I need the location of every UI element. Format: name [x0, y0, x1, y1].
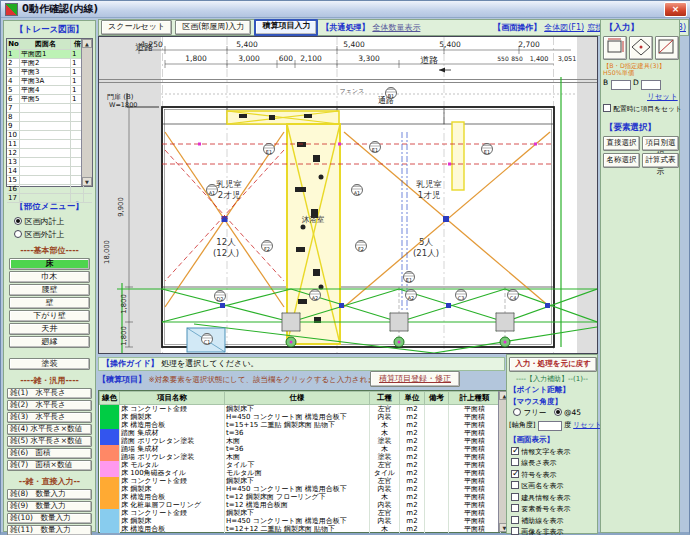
table-row[interactable]: 床 コンクリート金鏝鋼製床下左官m2平面積	[100, 509, 501, 517]
table-row[interactable]: 踊場 ポリウレタン塗装木面塗装m2平面積	[100, 453, 501, 461]
toolbar-button-item-input[interactable]: 積算項目入力	[254, 19, 318, 36]
bd-corner-x1-icon[interactable]	[655, 36, 679, 60]
column-header: 計上種類	[449, 392, 501, 405]
basic-parts-header: ----基本部位----	[6, 245, 93, 256]
element-select-button[interactable]: 名称選択	[603, 153, 640, 168]
misc-button[interactable]: 雑(3) 水平長さ	[7, 412, 92, 423]
zone-radio-0[interactable]	[14, 217, 22, 225]
part-button[interactable]: 巾木	[9, 271, 90, 283]
display-checkbox-1[interactable]	[511, 458, 519, 466]
display-checkbox-6[interactable]	[511, 516, 519, 524]
trace-row[interactable]: 1平面図11	[7, 50, 92, 59]
row-name	[20, 113, 71, 121]
table-row[interactable]: 床 モルタルタイル下左官m2平面積	[100, 461, 501, 469]
row-scale	[71, 185, 84, 193]
row-no: 11	[7, 140, 20, 148]
table-row[interactable]: 踏面 ポリウレタン塗装木面塗装m2平面積	[100, 437, 501, 445]
d-input[interactable]	[641, 80, 661, 90]
floor-plan-drawing[interactable]: 1,250 5,400 5,400 5,400 2,700 1,800 3,00…	[98, 36, 598, 354]
display-checkbox-3[interactable]	[511, 481, 519, 489]
element-select-button[interactable]: 項目別選択	[642, 136, 679, 151]
toolbar-button-school-set[interactable]: スクールセット	[101, 20, 172, 35]
misc-button[interactable]: 雑(7) 面積×数値	[7, 460, 92, 471]
trace-row[interactable]: 9	[7, 122, 92, 131]
element-select-button[interactable]: 計算式表示	[642, 153, 679, 168]
trace-row[interactable]: 14	[7, 167, 92, 176]
table-row[interactable]: 床 化粧単層フローリングt=12 構造用合板面内装m2平面積	[100, 501, 501, 509]
part-button[interactable]: 壁	[9, 297, 90, 309]
bd-diamond-x4-icon[interactable]	[629, 36, 653, 60]
trace-row[interactable]: 5平面41	[7, 86, 92, 95]
table-row[interactable]: 床 コンクリート金鏝鋼製床下左官m2平面積	[100, 477, 501, 485]
table-row[interactable]: 床 鋼製床H=450 コンクリート面 構造用合板下内装m2平面積	[100, 413, 501, 421]
bd-rect-x2-icon[interactable]	[603, 36, 627, 60]
table-row[interactable]: 踏面 集成材t=36木m2平面積	[100, 429, 501, 437]
part-button[interactable]: 廻縁	[9, 336, 90, 348]
element-select-button[interactable]: 直接選択	[603, 136, 640, 151]
table-row[interactable]: 床 100角磁器タイルモルタル面タイルm2平面積	[100, 469, 501, 477]
table-row[interactable]: 踊場 集成材t=36木m2平面積	[100, 445, 501, 453]
radio-45deg[interactable]	[554, 408, 562, 416]
paint-button[interactable]: 塗装	[9, 358, 90, 370]
close-button[interactable]: ×	[664, 2, 687, 17]
whole-view-link[interactable]: 全体図(F1)	[544, 22, 584, 33]
table-row[interactable]: 床 構造用合板t=12 鋼製床面 フローリング下木m2平面積	[100, 493, 501, 501]
trace-row[interactable]: 4平面3A1	[7, 77, 92, 86]
misc-button[interactable]: 雑(5) 水平長さ×数値	[7, 436, 92, 447]
trace-list-scrollbar[interactable]: ▲ ▼	[81, 39, 92, 186]
misc-button[interactable]: 雑(1) 水平長さ	[7, 388, 92, 399]
angle-reset-link[interactable]: リセット	[573, 421, 602, 429]
direct-input-button[interactable]: 雑(11) 数量入力	[7, 525, 92, 535]
axis-angle-input[interactable]	[538, 421, 562, 431]
part-button[interactable]: 下がり壁	[9, 310, 90, 322]
register-items-button[interactable]: 積算項目登録・修正	[370, 371, 460, 387]
radio-free[interactable]	[513, 408, 521, 416]
table-row[interactable]: 床 鋼製床H=450 コンクリート面 構造用合板下内装m2平面積	[100, 517, 501, 525]
plan-symbol-label: E1	[266, 149, 272, 155]
trace-row[interactable]: 7	[7, 104, 92, 113]
bd-reset-link[interactable]: リセット	[647, 92, 678, 101]
misc-button[interactable]: 雑(4) 水平長さ×数値	[7, 424, 92, 435]
display-checkbox-0[interactable]	[511, 447, 519, 455]
trace-row[interactable]: 12	[7, 149, 92, 158]
total-quantity-link[interactable]: 全体数量表示	[372, 22, 420, 33]
trace-row[interactable]: 6平面51	[7, 95, 92, 104]
plan-symbol-label: A1	[209, 190, 216, 196]
scroll-down-icon[interactable]: ▼	[82, 177, 92, 186]
undo-button[interactable]: 入力・処理を元に戻す	[509, 357, 597, 372]
item-spec: H=450 コンクリート面 構造用合板下	[225, 485, 370, 493]
table-row[interactable]: 床 構造用合板t=15+15 二重貼 鋼製床面 貼物下木m2平面積	[100, 421, 501, 429]
trace-row[interactable]: 16	[7, 185, 92, 194]
misc-button[interactable]: 雑(2) 水平長さ	[7, 400, 92, 411]
display-checkbox-7[interactable]	[511, 527, 519, 535]
direct-input-button[interactable]: 雑(8) 数量入力	[7, 489, 92, 500]
direct-input-button[interactable]: 雑(9) 数量入力	[7, 501, 92, 512]
direct-input-button[interactable]: 雑(10) 数量入力	[7, 513, 92, 524]
scroll-up-icon[interactable]: ▲	[82, 39, 92, 48]
table-row[interactable]: 床 構造用合板t=12+12 二重貼 鋼製床面 貼物下木m2平面積	[100, 525, 501, 533]
trace-row[interactable]: 15	[7, 176, 92, 185]
trace-row[interactable]: 2平面21	[7, 59, 92, 68]
trace-row[interactable]: 10	[7, 131, 92, 140]
trace-row[interactable]: 3平面31	[7, 68, 92, 77]
display-checkbox-4[interactable]	[511, 493, 519, 501]
misc-button[interactable]: 雑(6) 面積	[7, 448, 92, 459]
line-color-swatch	[100, 477, 120, 485]
display-checkbox-5[interactable]	[511, 504, 519, 512]
part-button[interactable]: 腰壁	[9, 284, 90, 296]
place-item-checkbox[interactable]	[603, 104, 611, 112]
table-row[interactable]: 床 鋼製床H=450 コンクリート面 構造用合板下内装m2平面積	[100, 485, 501, 493]
trace-row[interactable]: 8	[7, 113, 92, 122]
toolbar-button-zone-input[interactable]: 区画(部屋周)入力	[175, 20, 251, 35]
trace-row[interactable]: 13	[7, 158, 92, 167]
table-row[interactable]: 床 コンクリート金鏝鋼製床下左官m2平面積	[100, 405, 501, 414]
item-name: 床 構造用合板	[120, 525, 225, 533]
zone-radio-1[interactable]	[14, 230, 22, 238]
display-checkbox-2[interactable]	[511, 470, 519, 478]
part-button[interactable]: 床	[9, 258, 90, 270]
trace-row[interactable]: 17	[7, 194, 92, 203]
trace-row[interactable]: 11	[7, 140, 92, 149]
b-input[interactable]	[611, 80, 631, 90]
part-button[interactable]: 天井	[9, 323, 90, 335]
item-spec: モルタル面	[225, 469, 370, 477]
